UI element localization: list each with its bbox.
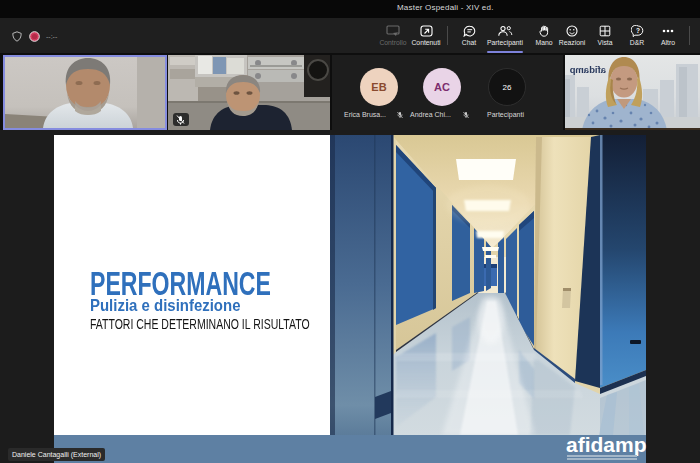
- svg-text:?: ?: [636, 27, 640, 34]
